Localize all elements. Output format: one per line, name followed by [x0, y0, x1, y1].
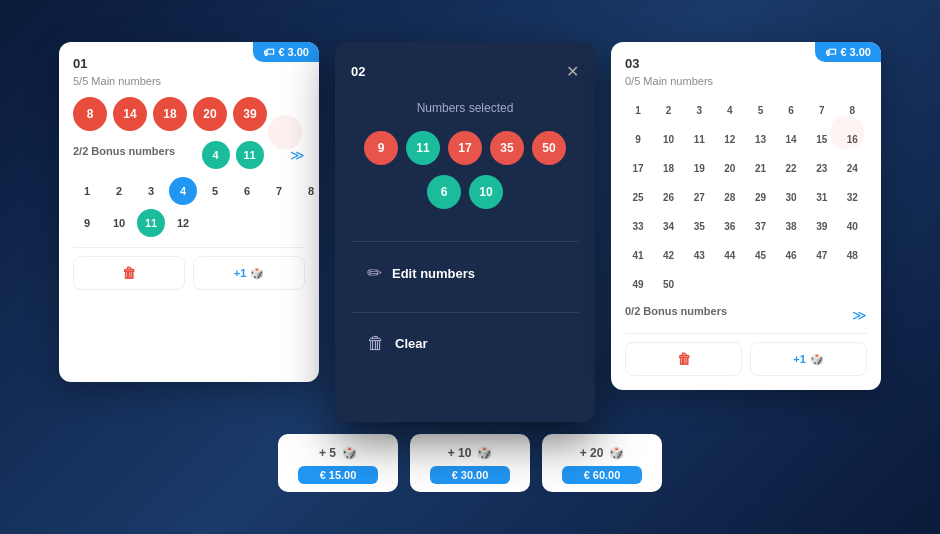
g16[interactable]: 16: [839, 126, 865, 152]
g11[interactable]: 11: [686, 126, 712, 152]
random-btn-01[interactable]: +1 🎲: [193, 256, 305, 290]
g37[interactable]: 37: [748, 213, 774, 239]
delete-btn-03[interactable]: 🗑: [625, 342, 742, 376]
g38[interactable]: 38: [778, 213, 804, 239]
num-11[interactable]: 11: [137, 209, 165, 237]
bottom-card-20[interactable]: + 20 🎲 € 60.00: [542, 434, 662, 492]
bubble-8[interactable]: 8: [73, 97, 107, 131]
num-6[interactable]: 6: [233, 177, 261, 205]
g32[interactable]: 32: [839, 184, 865, 210]
g13[interactable]: 13: [748, 126, 774, 152]
g39[interactable]: 39: [809, 213, 835, 239]
random-btn-03[interactable]: +1 🎲: [750, 342, 867, 376]
g42[interactable]: 42: [656, 242, 682, 268]
g4[interactable]: 4: [717, 97, 743, 123]
card-01-bonus-label: 2/2 Bonus numbers: [73, 145, 175, 157]
g19[interactable]: 19: [686, 155, 712, 181]
bottom-card-5[interactable]: + 5 🎲 € 15.00: [278, 434, 398, 492]
g5[interactable]: 5: [748, 97, 774, 123]
g49[interactable]: 49: [625, 271, 651, 297]
g7[interactable]: 7: [809, 97, 835, 123]
edit-numbers-btn[interactable]: ✏ Edit numbers: [351, 250, 579, 296]
card-03-badge: 🏷 € 3.00: [815, 42, 881, 62]
g24[interactable]: 24: [839, 155, 865, 181]
g6[interactable]: 6: [778, 97, 804, 123]
bonus-bubble-4[interactable]: 4: [202, 141, 230, 169]
modal-bonus-bubble-10[interactable]: 10: [469, 175, 503, 209]
num-4[interactable]: 4: [169, 177, 197, 205]
modal-bubble-17[interactable]: 17: [448, 131, 482, 165]
g47[interactable]: 47: [809, 242, 835, 268]
g25[interactable]: 25: [625, 184, 651, 210]
g46[interactable]: 46: [778, 242, 804, 268]
g30[interactable]: 30: [778, 184, 804, 210]
g8[interactable]: 8: [839, 97, 865, 123]
g33[interactable]: 33: [625, 213, 651, 239]
g17[interactable]: 17: [625, 155, 651, 181]
g1[interactable]: 1: [625, 97, 651, 123]
card-03-bonus-label: 0/2 Bonus numbers: [625, 305, 727, 317]
modal-bubble-35[interactable]: 35: [490, 131, 524, 165]
trash-icon-01: 🗑: [122, 265, 136, 281]
g45[interactable]: 45: [748, 242, 774, 268]
modal-bubble-11[interactable]: 11: [406, 131, 440, 165]
g10[interactable]: 10: [656, 126, 682, 152]
g3[interactable]: 3: [686, 97, 712, 123]
num-8[interactable]: 8: [297, 177, 325, 205]
main-container: ● 🏷 € 3.00 01 5/5 Main numbers 8 14 18 2…: [0, 22, 940, 512]
g41[interactable]: 41: [625, 242, 651, 268]
bottom-label-10: + 10 🎲: [448, 446, 493, 460]
num-7[interactable]: 7: [265, 177, 293, 205]
trash-icon-modal: 🗑: [367, 333, 385, 354]
bubble-18[interactable]: 18: [153, 97, 187, 131]
num-9[interactable]: 9: [73, 209, 101, 237]
g50[interactable]: 50: [656, 271, 682, 297]
modal-bonus-bubble-6[interactable]: 6: [427, 175, 461, 209]
g12[interactable]: 12: [717, 126, 743, 152]
num-12[interactable]: 12: [169, 209, 197, 237]
g26[interactable]: 26: [656, 184, 682, 210]
bubble-14[interactable]: 14: [113, 97, 147, 131]
g9[interactable]: 9: [625, 126, 651, 152]
g27[interactable]: 27: [686, 184, 712, 210]
g18[interactable]: 18: [656, 155, 682, 181]
modal-bubble-50[interactable]: 50: [532, 131, 566, 165]
bubble-20[interactable]: 20: [193, 97, 227, 131]
g15[interactable]: 15: [809, 126, 835, 152]
num-10[interactable]: 10: [105, 209, 133, 237]
g2[interactable]: 2: [656, 97, 682, 123]
g48[interactable]: 48: [839, 242, 865, 268]
bottom-price-20: € 60.00: [562, 466, 642, 484]
bubble-39[interactable]: 39: [233, 97, 267, 131]
g29[interactable]: 29: [748, 184, 774, 210]
edit-numbers-label: Edit numbers: [392, 266, 475, 281]
expand-icon-03[interactable]: ≫: [852, 307, 867, 323]
g31[interactable]: 31: [809, 184, 835, 210]
g36[interactable]: 36: [717, 213, 743, 239]
num-5[interactable]: 5: [201, 177, 229, 205]
g21[interactable]: 21: [748, 155, 774, 181]
delete-btn-01[interactable]: 🗑: [73, 256, 185, 290]
num-1[interactable]: 1: [73, 177, 101, 205]
num-3[interactable]: 3: [137, 177, 165, 205]
clear-btn[interactable]: 🗑 Clear: [351, 321, 579, 366]
g22[interactable]: 22: [778, 155, 804, 181]
bottom-card-10[interactable]: + 10 🎲 € 30.00: [410, 434, 530, 492]
bonus-bubble-11[interactable]: 11: [236, 141, 264, 169]
modal-close-btn[interactable]: ✕: [566, 62, 579, 81]
g20[interactable]: 20: [717, 155, 743, 181]
g44[interactable]: 44: [717, 242, 743, 268]
g40[interactable]: 40: [839, 213, 865, 239]
g43[interactable]: 43: [686, 242, 712, 268]
g14[interactable]: 14: [778, 126, 804, 152]
num-2[interactable]: 2: [105, 177, 133, 205]
card-03-actions: 🗑 +1 🎲: [625, 333, 867, 376]
g34[interactable]: 34: [656, 213, 682, 239]
card-03: ● 🏷 € 3.00 03 0/5 Main numbers 1 2 3 4 5…: [611, 42, 881, 390]
expand-icon-01[interactable]: ≫: [290, 147, 305, 163]
modal-bubble-9[interactable]: 9: [364, 131, 398, 165]
g28[interactable]: 28: [717, 184, 743, 210]
g35[interactable]: 35: [686, 213, 712, 239]
bottom-price-10: € 30.00: [430, 466, 510, 484]
g23[interactable]: 23: [809, 155, 835, 181]
